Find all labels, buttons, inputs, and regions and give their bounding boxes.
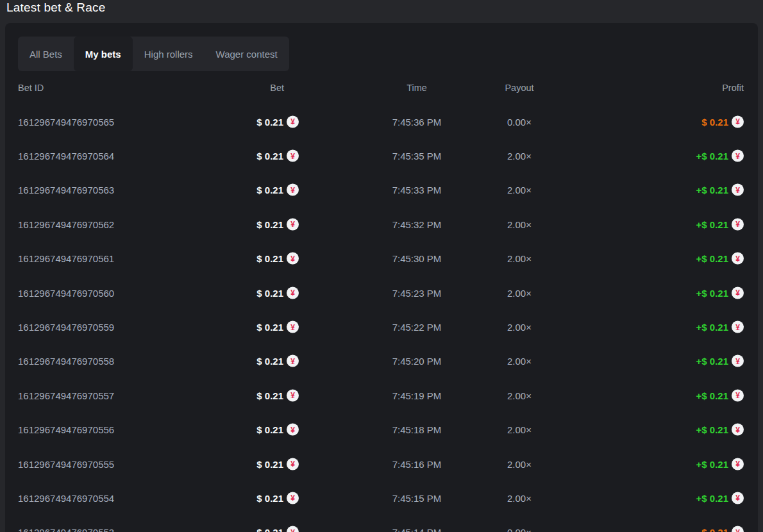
table-row[interactable]: 161296749476970557 $ 0.21 ¥ 7:45:19 PM 2… — [5, 378, 758, 412]
bet-amount-value: $ 0.21 — [256, 390, 283, 401]
table-row[interactable]: 161296749476970565 $ 0.21 ¥ 7:45:36 PM 0… — [5, 104, 758, 138]
bet-profit-value: +$ 0.21 — [696, 390, 728, 401]
bet-time: 7:45:32 PM — [364, 219, 469, 229]
bet-profit-value: $ 0.21 — [701, 527, 728, 532]
bet-profit-value: +$ 0.21 — [696, 151, 728, 162]
table-row[interactable]: 161296749476970559 $ 0.21 ¥ 7:45:22 PM 2… — [5, 310, 758, 344]
jpy-coin-icon: ¥ — [732, 458, 744, 470]
bet-amount-value: $ 0.21 — [256, 356, 283, 367]
column-header-bet: Bet — [270, 83, 284, 93]
bet-id: 161296749476970562 — [18, 219, 114, 229]
table-row[interactable]: 161296749476970553 $ 0.21 ¥ 7:45:14 PM 0… — [5, 515, 758, 532]
bet-profit: $ 0.21 ¥ — [701, 526, 744, 532]
bet-time: 7:45:30 PM — [364, 253, 469, 264]
bet-amount-value: $ 0.21 — [256, 116, 283, 127]
column-header-bet-id: Bet ID — [18, 83, 44, 93]
bet-time: 7:45:16 PM — [364, 458, 469, 469]
bet-id: 161296749476970565 — [18, 116, 114, 127]
bet-profit: +$ 0.21 ¥ — [696, 424, 744, 436]
tab-all-bets[interactable]: All Bets — [18, 37, 74, 71]
bet-time: 7:45:18 PM — [364, 424, 469, 435]
jpy-coin-icon: ¥ — [287, 389, 299, 401]
bet-id: 161296749476970563 — [18, 185, 114, 195]
bet-profit-value: +$ 0.21 — [696, 458, 728, 469]
jpy-coin-icon: ¥ — [732, 253, 744, 265]
tab-my-bets[interactable]: My bets — [74, 37, 133, 71]
table-row[interactable]: 161296749476970554 $ 0.21 ¥ 7:45:15 PM 2… — [5, 481, 758, 515]
bet-time: 7:45:20 PM — [364, 356, 469, 367]
bet-id: 161296749476970559 — [18, 322, 114, 333]
latest-bets-panel: All BetsMy betsHigh rollersWager contest… — [5, 23, 758, 532]
bet-payout: 2.00× — [467, 356, 572, 367]
bet-amount: $ 0.21 ¥ — [256, 492, 299, 504]
jpy-coin-icon: ¥ — [732, 287, 744, 299]
bet-profit: +$ 0.21 ¥ — [696, 355, 744, 367]
jpy-coin-icon: ¥ — [732, 424, 744, 436]
bet-profit: +$ 0.21 ¥ — [696, 150, 744, 162]
bet-amount-value: $ 0.21 — [256, 527, 283, 532]
tab-wager-contest[interactable]: Wager contest — [205, 37, 289, 71]
jpy-coin-icon: ¥ — [732, 184, 744, 196]
bet-id: 161296749476970554 — [18, 492, 114, 503]
bet-amount-value: $ 0.21 — [256, 458, 283, 469]
bet-amount-value: $ 0.21 — [256, 219, 283, 229]
jpy-coin-icon: ¥ — [287, 458, 299, 470]
table-row[interactable]: 161296749476970558 $ 0.21 ¥ 7:45:20 PM 2… — [5, 344, 758, 378]
jpy-coin-icon: ¥ — [287, 150, 299, 162]
table-header: Bet ID Bet Time Payout Profit — [5, 71, 758, 104]
column-header-profit: Profit — [722, 83, 744, 93]
bet-amount: $ 0.21 ¥ — [256, 321, 299, 333]
bets-tab-bar: All BetsMy betsHigh rollersWager contest — [18, 37, 289, 71]
bet-amount-value: $ 0.21 — [256, 424, 283, 435]
column-header-payout: Payout — [467, 83, 572, 93]
table-row[interactable]: 161296749476970564 $ 0.21 ¥ 7:45:35 PM 2… — [5, 138, 758, 172]
bet-amount: $ 0.21 ¥ — [256, 150, 299, 162]
page-title: Latest bet & Race — [6, 1, 105, 15]
bet-profit: $ 0.21 ¥ — [701, 115, 744, 128]
bet-amount: $ 0.21 ¥ — [256, 424, 299, 436]
table-row[interactable]: 161296749476970563 $ 0.21 ¥ 7:45:33 PM 2… — [5, 173, 758, 207]
bet-profit-value: +$ 0.21 — [696, 492, 728, 503]
bet-time: 7:45:36 PM — [364, 116, 469, 127]
bet-profit: +$ 0.21 ¥ — [696, 287, 744, 299]
jpy-coin-icon: ¥ — [732, 492, 744, 504]
bet-time: 7:45:14 PM — [364, 527, 469, 532]
bet-amount-value: $ 0.21 — [256, 151, 283, 162]
jpy-coin-icon: ¥ — [287, 218, 299, 230]
table-row[interactable]: 161296749476970555 $ 0.21 ¥ 7:45:16 PM 2… — [5, 447, 758, 481]
table-row[interactable]: 161296749476970556 $ 0.21 ¥ 7:45:18 PM 2… — [5, 413, 758, 447]
bet-payout: 2.00× — [467, 492, 572, 503]
bet-payout: 2.00× — [467, 458, 572, 469]
tab-high-rollers[interactable]: High rollers — [133, 37, 205, 71]
bet-payout: 2.00× — [467, 287, 572, 298]
jpy-coin-icon: ¥ — [732, 115, 744, 128]
bet-amount: $ 0.21 ¥ — [256, 253, 299, 265]
bet-profit-value: +$ 0.21 — [696, 219, 728, 229]
bet-amount-value: $ 0.21 — [256, 287, 283, 298]
jpy-coin-icon: ¥ — [732, 321, 744, 333]
bet-id: 161296749476970564 — [18, 151, 114, 162]
table-row[interactable]: 161296749476970561 $ 0.21 ¥ 7:45:30 PM 2… — [5, 242, 758, 276]
bet-profit-value: +$ 0.21 — [696, 356, 728, 367]
jpy-coin-icon: ¥ — [287, 424, 299, 436]
jpy-coin-icon: ¥ — [287, 526, 299, 532]
jpy-coin-icon: ¥ — [287, 355, 299, 367]
bet-payout: 2.00× — [467, 219, 572, 229]
bet-profit-value: +$ 0.21 — [696, 287, 728, 298]
jpy-coin-icon: ¥ — [732, 389, 744, 401]
table-row[interactable]: 161296749476970562 $ 0.21 ¥ 7:45:32 PM 2… — [5, 207, 758, 241]
table-row[interactable]: 161296749476970560 $ 0.21 ¥ 7:45:23 PM 2… — [5, 276, 758, 310]
bet-profit: +$ 0.21 ¥ — [696, 458, 744, 470]
bet-profit-value: +$ 0.21 — [696, 185, 728, 195]
jpy-coin-icon: ¥ — [287, 184, 299, 196]
bet-id: 161296749476970558 — [18, 356, 114, 367]
bet-amount-value: $ 0.21 — [256, 185, 283, 195]
bet-payout: 2.00× — [467, 424, 572, 435]
bet-payout: 2.00× — [467, 322, 572, 333]
jpy-coin-icon: ¥ — [732, 355, 744, 367]
bet-payout: 2.00× — [467, 253, 572, 264]
bet-profit-value: $ 0.21 — [701, 116, 728, 127]
jpy-coin-icon: ¥ — [287, 321, 299, 333]
bet-profit-value: +$ 0.21 — [696, 322, 728, 333]
bet-payout: 0.00× — [467, 527, 572, 532]
